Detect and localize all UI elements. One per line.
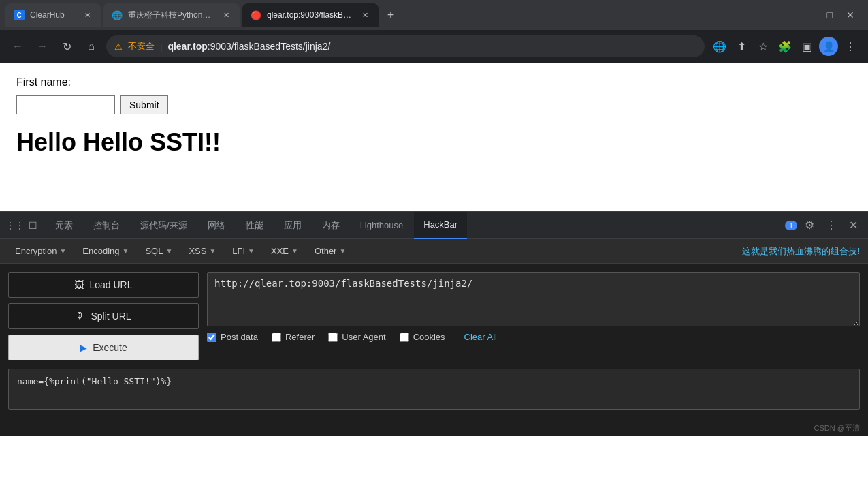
security-text: 不安全 — [128, 40, 155, 52]
reload-button[interactable]: ↻ — [57, 37, 76, 56]
other-arrow-icon: ▼ — [339, 247, 346, 255]
tab-sources[interactable]: 源代码/来源 — [131, 212, 197, 239]
address-url: qlear.top:9003/flaskBasedTests/jinja2/ — [167, 41, 696, 52]
hackbar-panel: Encryption ▼ Encoding ▼ SQL ▼ XSS ▼ LFI … — [0, 239, 868, 436]
load-url-icon: 🖼 — [74, 279, 84, 290]
hackbar-action-buttons: 🖼 Load URL 🎙 Split URL ▶ Execute — [8, 272, 199, 360]
page-form: Submit — [16, 95, 852, 114]
clear-all-button[interactable]: Clear All — [464, 332, 497, 342]
post-data-input[interactable]: name={%print("Hello SSTI!")%} — [8, 369, 860, 410]
menu-encoding[interactable]: Encoding ▼ — [76, 243, 135, 259]
submit-button[interactable]: Submit — [120, 95, 168, 114]
tab-network[interactable]: 网络 — [198, 212, 235, 239]
url-input[interactable]: http://qlear.top:9003/flaskBasedTests/ji… — [207, 272, 860, 326]
devtools-more-icon[interactable]: ⋮ — [822, 216, 841, 235]
menu-icon[interactable]: ⋮ — [841, 37, 860, 56]
devtools-device-icon[interactable]: ☐ — [29, 220, 37, 231]
sidebar-toggle[interactable]: ▣ — [797, 37, 816, 56]
back-button[interactable]: ← — [8, 37, 27, 56]
hackbar-post-area: name={%print("Hello SSTI!")%} — [0, 369, 868, 420]
page-content: First name: Submit Hello Hello SSTI!! — [0, 63, 868, 211]
share-icon[interactable]: ⬆ — [732, 37, 751, 56]
split-url-icon: 🎙 — [76, 311, 85, 322]
user-agent-checkbox[interactable]: User Agent — [328, 332, 385, 342]
execute-button[interactable]: ▶ Execute — [8, 335, 199, 360]
cookies-checkbox[interactable]: Cookies — [400, 332, 445, 342]
load-url-button[interactable]: 🖼 Load URL — [8, 272, 199, 298]
home-button[interactable]: ⌂ — [82, 37, 101, 56]
hackbar-url-area: http://qlear.top:9003/flaskBasedTests/ji… — [207, 272, 860, 360]
devtools: ⋮⋮ ☐ 元素 控制台 源代码/来源 网络 性能 应用 内存 — [0, 211, 868, 436]
devtools-tabs-group: 元素 控制台 源代码/来源 网络 性能 应用 内存 Lighthouse — [46, 212, 467, 239]
security-warning-icon: ⚠ — [114, 42, 123, 52]
minimize-button[interactable]: — — [804, 10, 814, 20]
tab-3[interactable]: 🔴 qlear.top:9003/flaskBa... ✕ — [242, 3, 379, 27]
split-url-button[interactable]: 🎙 Split URL — [8, 303, 199, 329]
address-divider: | — [160, 42, 162, 52]
first-name-input[interactable] — [16, 95, 115, 114]
page-heading: Hello Hello SSTI!! — [16, 128, 852, 157]
execute-icon: ▶ — [80, 342, 87, 353]
sql-arrow-icon: ▼ — [165, 247, 172, 255]
hackbar-checkboxes: Post data Referer User Agent Cookies C — [207, 332, 860, 342]
new-tab-button[interactable]: + — [381, 5, 400, 25]
tab-hackbar[interactable]: HackBar — [414, 212, 467, 239]
translate-icon[interactable]: 🌐 — [710, 37, 729, 56]
tab-console[interactable]: 控制台 — [84, 212, 129, 239]
badge-count: 1 — [785, 221, 797, 230]
forward-button[interactable]: → — [33, 37, 52, 56]
address-bar: ← → ↻ ⌂ ⚠ 不安全 | qlear.top:9003/flaskBase… — [0, 30, 868, 63]
tab-3-favicon: 🔴 — [251, 10, 261, 20]
hackbar-tagline: 这就是我们热血沸腾的组合技! — [742, 245, 860, 258]
window-controls: — □ ✕ — [804, 10, 863, 20]
csdn-watermark: CSDN @至清 — [0, 420, 868, 436]
browser-chrome: C ClearHub ✕ 🌐 重庆橙子科技Python_F... ✕ 🔴 qle… — [0, 0, 868, 63]
post-data-checkbox[interactable]: Post data — [207, 332, 258, 342]
tab-elements[interactable]: 元素 — [46, 212, 82, 239]
devtools-close-icon[interactable]: ✕ — [843, 216, 863, 235]
tab-memory[interactable]: 内存 — [312, 212, 349, 239]
tab-1[interactable]: C ClearHub ✕ — [5, 3, 101, 27]
tab-1-favicon: C — [14, 10, 25, 20]
tab-1-close[interactable]: ✕ — [82, 10, 93, 20]
xxe-arrow-icon: ▼ — [291, 247, 298, 255]
devtools-right-controls: 1 ⚙ ⋮ ✕ — [785, 216, 863, 235]
menu-lfi[interactable]: LFI ▼ — [225, 243, 261, 259]
xss-arrow-icon: ▼ — [209, 247, 216, 255]
referer-checkbox[interactable]: Referer — [272, 332, 315, 342]
devtools-settings-icon[interactable]: ⚙ — [800, 216, 819, 235]
menu-xxe[interactable]: XXE ▼ — [264, 243, 305, 259]
menu-encryption[interactable]: Encryption ▼ — [8, 243, 73, 259]
tab-3-close[interactable]: ✕ — [359, 10, 370, 20]
tab-2[interactable]: 🌐 重庆橙子科技Python_F... ✕ — [103, 3, 240, 27]
profile-icon[interactable]: 👤 — [819, 37, 838, 56]
first-name-label: First name: — [16, 76, 852, 89]
lfi-arrow-icon: ▼ — [248, 247, 255, 255]
close-window-button[interactable]: ✕ — [846, 10, 854, 20]
address-input[interactable]: ⚠ 不安全 | qlear.top:9003/flaskBasedTests/j… — [106, 35, 705, 57]
devtools-tools: ⋮⋮ ☐ — [5, 220, 37, 231]
tab-2-favicon: 🌐 — [112, 10, 123, 20]
devtools-tab-bar: ⋮⋮ ☐ 元素 控制台 源代码/来源 网络 性能 应用 内存 — [0, 212, 868, 239]
tab-1-title: ClearHub — [30, 10, 76, 20]
tab-2-title: 重庆橙子科技Python_F... — [128, 10, 215, 21]
menu-xss[interactable]: XSS ▼ — [182, 243, 223, 259]
tab-bar: C ClearHub ✕ 🌐 重庆橙子科技Python_F... ✕ 🔴 qle… — [0, 0, 868, 30]
tab-2-close[interactable]: ✕ — [221, 10, 231, 20]
extensions-icon[interactable]: 🧩 — [775, 37, 794, 56]
tab-lighthouse[interactable]: Lighthouse — [351, 212, 413, 239]
hackbar-main: 🖼 Load URL 🎙 Split URL ▶ Execute http://… — [0, 264, 868, 369]
maximize-button[interactable]: □ — [827, 10, 833, 20]
menu-other[interactable]: Other ▼ — [308, 243, 353, 259]
tab-application[interactable]: 应用 — [274, 212, 311, 239]
hackbar-menu: Encryption ▼ Encoding ▼ SQL ▼ XSS ▼ LFI … — [0, 239, 868, 264]
tab-performance[interactable]: 性能 — [236, 212, 273, 239]
encoding-arrow-icon: ▼ — [123, 247, 129, 255]
menu-sql[interactable]: SQL ▼ — [138, 243, 179, 259]
toolbar-icons: 🌐 ⬆ ☆ 🧩 ▣ 👤 ⋮ — [710, 37, 860, 56]
tab-3-title: qlear.top:9003/flaskBa... — [267, 10, 354, 20]
bookmark-icon[interactable]: ☆ — [754, 37, 773, 56]
devtools-picker-icon[interactable]: ⋮⋮ — [5, 220, 25, 231]
encryption-arrow-icon: ▼ — [59, 247, 66, 255]
